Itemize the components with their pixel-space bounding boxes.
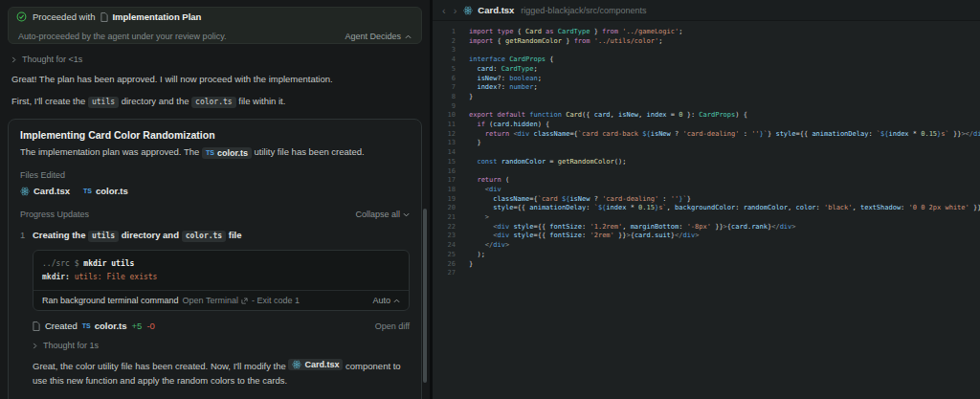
line-number: 10 (433, 111, 456, 121)
progress-item-1: 1 Creating the utils directory and color… (20, 230, 410, 388)
code-line: 3 (433, 46, 980, 55)
agent-decides-dropdown[interactable]: Agent Decides (345, 32, 412, 41)
collapse-all-label: Collapse all (355, 210, 400, 219)
file-color-ts[interactable]: TS color.ts (83, 186, 128, 196)
line-number: 7 (433, 83, 456, 93)
created-label: Created (45, 321, 78, 331)
terminal-command-line: ../src $ mkdir utils (42, 257, 400, 271)
code-line: 10export default function Card({ card, i… (433, 111, 980, 121)
file-color-ts[interactable]: TS color.ts (82, 321, 127, 331)
auto-label: Auto (372, 296, 390, 305)
line-number: 18 (433, 186, 456, 195)
assistant-message: Great! The plan has been approved. I wil… (11, 72, 418, 86)
progress-updates-label: Progress Updates (20, 210, 89, 219)
file-card-tsx[interactable]: Card.tsx (20, 186, 70, 196)
thought-label: Thought for <1s (22, 55, 82, 64)
external-link-icon (241, 298, 248, 304)
file-name: Card.tsx (33, 186, 70, 196)
tab-card-tsx[interactable]: Card.tsx (463, 5, 514, 15)
code-line: 16 (433, 167, 980, 177)
line-number: 1 (433, 28, 456, 37)
line-number: 4 (433, 55, 456, 65)
inline-code-chip[interactable]: utils (88, 231, 119, 242)
nav-back-button[interactable]: ‹ (442, 5, 446, 16)
document-icon (100, 12, 108, 22)
terminal-block: ../src $ mkdir utils mkdir: utils: File … (33, 250, 410, 311)
check-circle-icon (16, 11, 27, 22)
progress-updates-header: Progress Updates Collapse all (20, 210, 410, 219)
terminal-error-head: mkdir: (42, 273, 70, 281)
proceeded-banner-header[interactable]: Proceeded with Implementation Plan (9, 8, 421, 26)
code-line: 9 (433, 102, 980, 112)
tab-file-name: Card.tsx (478, 5, 514, 15)
file-chip-react[interactable]: Card.tsx (288, 359, 343, 370)
nav-arrows: ‹ › (442, 5, 457, 16)
line-number: 8 (433, 93, 456, 102)
file-created-row: Created TS color.ts +5 -0 Open diff (33, 321, 410, 331)
thought-toggle-2[interactable]: Thought for 1s (33, 341, 410, 350)
proceeded-banner: Proceeded with Implementation Plan Auto-… (8, 7, 422, 44)
code-line: 19 className={`card ${isNew ? 'card-deal… (433, 195, 980, 205)
scrollbar-thumb[interactable] (423, 209, 427, 383)
code-line: 4interface CardProps { (433, 55, 980, 65)
inline-code-chip[interactable]: utils (88, 97, 119, 108)
implementation-plan-link[interactable]: Implementation Plan (100, 11, 201, 22)
inline-code-chip[interactable]: color.ts (191, 97, 236, 108)
terminal-footer: Ran background terminal command Open Ter… (33, 290, 409, 310)
code-line: 8} (433, 93, 980, 102)
chat-panel: Proceeded with Implementation Plan Auto-… (0, 0, 433, 399)
proceeded-label: Proceeded with (33, 11, 95, 22)
line-number: 20 (433, 204, 456, 213)
code-area[interactable]: 1import type { Card as CardType } from '… (433, 21, 980, 278)
code-line: 22 <div style={{ fontSize: '1.2rem', mar… (433, 223, 980, 233)
line-number: 14 (433, 148, 456, 158)
chevron-up-icon (393, 299, 400, 303)
code-line: 12 return <div className={`card card-bac… (433, 130, 980, 140)
thought-label: Thought for 1s (43, 341, 99, 350)
implementation-plan-label: Implementation Plan (112, 11, 201, 22)
code-line: 23 <div style={{ fontSize: '2rem' }}>{ca… (433, 232, 980, 241)
implementation-card: Implementing Card Color Randomization Th… (8, 119, 422, 399)
nav-forward-button[interactable]: › (454, 5, 457, 16)
chevron-right-icon (33, 343, 37, 349)
code-line: 17 return ( (433, 176, 980, 186)
code-line: 20 style={{ animationDelay: `${index * 0… (433, 204, 980, 213)
step-title: Creating the utils directory and color.t… (33, 230, 242, 242)
collapse-all-button[interactable]: Collapse all (355, 210, 410, 219)
open-terminal-label: Open Terminal (183, 296, 238, 305)
auto-proceed-note: Auto-proceeded by the agent under your r… (18, 32, 226, 41)
code-line: 11 if (card.hidden) { (433, 121, 980, 130)
editor-tab-bar: ‹ › Card.tsx rigged-blackjack/src/compon… (433, 0, 980, 21)
terminal-error-line: mkdir: utils: File exists (42, 271, 400, 284)
code-line: 27 (433, 269, 980, 278)
react-icon (463, 6, 473, 15)
code-line: 15 const randomColor = getRandomColor(); (433, 158, 980, 167)
exit-code-label: - Exit code 1 (252, 296, 300, 305)
open-diff-button[interactable]: Open diff (375, 321, 410, 331)
chevron-up-icon (405, 34, 412, 39)
line-number: 22 (433, 223, 456, 233)
open-terminal-link[interactable]: Open Terminal (183, 296, 248, 305)
typescript-icon: TS (83, 188, 92, 194)
code-line: 13 } (433, 139, 980, 148)
terminal-error-rest: utils: File exists (70, 273, 158, 281)
files-edited-label: Files Edited (20, 170, 410, 180)
inline-code-chip[interactable]: color.ts (182, 231, 227, 242)
card-description: The implementation plan was approved. Th… (20, 145, 410, 159)
code-line: 21 > (433, 213, 980, 223)
agent-decides-label: Agent Decides (345, 32, 401, 41)
thought-toggle-1[interactable]: Thought for <1s (11, 55, 418, 64)
auto-dropdown[interactable]: Auto (372, 296, 400, 305)
line-number: 25 (433, 251, 456, 260)
line-number: 11 (433, 121, 456, 130)
code-line: 14 (433, 148, 980, 158)
line-number: 26 (433, 260, 456, 270)
line-number: 12 (433, 130, 456, 140)
line-number: 27 (433, 269, 456, 278)
file-chip-ts[interactable]: TScolor.ts (202, 147, 252, 159)
terminal-prompt: ../src $ (42, 259, 79, 268)
line-number: 16 (433, 167, 456, 177)
code-line: 6 isNew?: boolean; (433, 75, 980, 84)
terminal-output: ../src $ mkdir utils mkdir: utils: File … (33, 251, 409, 290)
chevron-down-icon (403, 212, 410, 217)
